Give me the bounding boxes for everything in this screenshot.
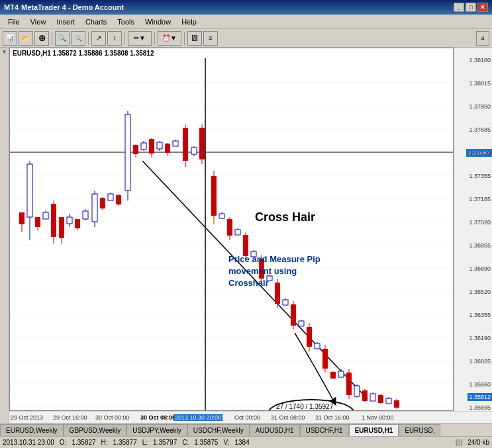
price-label-3: 1.37685 [469, 126, 491, 133]
svg-rect-95 [330, 372, 336, 379]
menu-charts[interactable]: Charts [80, 17, 112, 27]
svg-rect-37 [92, 194, 97, 222]
status-high-label: H: [101, 439, 108, 446]
time-axis: 29 Oct 2013 29 Oct 16:00 30 Oct 00:00 30… [9, 411, 492, 423]
tab-gbpusd-weekly[interactable]: GBPUSD,Weekly [64, 424, 127, 436]
status-bars: 24/0 kb [467, 439, 489, 446]
toolbar-time[interactable]: ⏰▼ [158, 31, 181, 46]
toolbar-experts[interactable]: 4 [476, 31, 489, 46]
svg-rect-91 [315, 343, 320, 349]
chart-svg [10, 48, 454, 411]
toolbar-screenshot[interactable]: 🖼 [187, 31, 202, 46]
svg-rect-85 [291, 304, 296, 326]
svg-rect-31 [67, 217, 72, 224]
svg-rect-93 [322, 349, 328, 369]
svg-rect-81 [275, 283, 280, 304]
tab-usdjpy-weekly[interactable]: USDJPY,Weekly [126, 424, 187, 436]
svg-rect-19 [19, 212, 25, 224]
svg-line-17 [142, 161, 368, 399]
svg-rect-45 [125, 114, 130, 191]
tab-usdchf-h1[interactable]: USDCHF,H1 [300, 424, 349, 436]
svg-rect-105 [370, 394, 375, 401]
status-close-value: 1.35875 [194, 439, 218, 446]
menu-window[interactable]: Window [140, 17, 176, 27]
menu-tools[interactable]: Tools [112, 17, 140, 27]
menu-bar: File View Insert Charts Tools Window Hel… [0, 15, 492, 29]
price-label-6: 1.37185 [469, 196, 491, 202]
toolbar-new-chart[interactable]: 📊 [3, 31, 17, 46]
svg-rect-107 [378, 395, 383, 403]
svg-rect-43 [116, 195, 121, 204]
restore-button[interactable]: □ [466, 3, 476, 12]
menu-file[interactable]: File [3, 17, 25, 27]
svg-rect-103 [362, 390, 368, 401]
status-spread-icon: |||| [456, 439, 462, 446]
svg-rect-109 [386, 398, 391, 404]
menu-view[interactable]: View [25, 17, 52, 27]
minimize-button[interactable]: _ [454, 3, 464, 12]
svg-rect-59 [183, 128, 188, 161]
toolbar: 📊 📂 ⊕ 🔍 🔍 ↗ ↕ ✏▼ ⏰▼ 🖼 ≡ 4 [0, 29, 492, 48]
price-label-7: 1.37020 [469, 219, 491, 226]
svg-rect-55 [165, 144, 170, 153]
svg-rect-77 [259, 259, 264, 279]
tab-eurusd-weekly[interactable]: EURUSD,Weekly [0, 424, 64, 436]
toolbar-template[interactable]: ✏▼ [128, 31, 152, 46]
close-button[interactable]: ✕ [477, 3, 488, 12]
svg-rect-65 [211, 176, 217, 216]
svg-rect-99 [346, 373, 352, 395]
price-label-13: 1.36025 [469, 358, 491, 365]
tab-usdchf-weekly[interactable]: USDCHF,Weekly [187, 424, 250, 436]
svg-rect-57 [173, 141, 178, 146]
price-label-14: 1.35860 [469, 381, 491, 388]
price-label-8: 1.36855 [469, 242, 491, 249]
svg-rect-111 [394, 400, 399, 408]
svg-rect-23 [35, 217, 40, 227]
svg-rect-75 [251, 251, 256, 257]
toolbar-crosshair[interactable]: ⊕ [34, 31, 49, 46]
toolbar-options[interactable]: ≡ [203, 31, 218, 46]
oval-text: 27 / 1740 / 1.35927 [276, 403, 333, 410]
svg-rect-47 [133, 145, 138, 154]
window-title: MetaTrader 4 - Demo Account [21, 3, 124, 11]
svg-rect-39 [100, 198, 105, 208]
chart-area[interactable]: EURUSD,H1 1.35872 1.35886 1.35808 1.3581… [9, 48, 454, 411]
toolbar-arrow[interactable]: ↗ [91, 31, 106, 46]
tab-eurusd-extra[interactable]: EURUSD, [399, 424, 440, 436]
svg-rect-21 [27, 164, 32, 217]
menu-insert[interactable]: Insert [51, 17, 80, 27]
toolbar-zoom-in[interactable]: 🔍 [55, 31, 70, 46]
toolbar-period[interactable]: ↕ [107, 31, 122, 46]
price-label-12: 1.36190 [469, 335, 491, 341]
tab-eurusd-h1[interactable]: EURUSD,H1 [349, 424, 399, 436]
toolbar-open[interactable]: 📂 [19, 31, 33, 46]
status-low-label: L: [142, 439, 148, 446]
svg-rect-83 [283, 300, 288, 305]
svg-rect-87 [299, 321, 304, 326]
svg-rect-33 [75, 219, 80, 228]
app-icon: MT4 [4, 3, 19, 11]
current-price-tag: 1.35812 [467, 393, 492, 401]
svg-rect-67 [219, 214, 224, 218]
price-axis: 1.37667 1.38180 1.38015 1.37850 1.37685 … [454, 48, 492, 411]
tab-audusd-h1[interactable]: AUDUSD,H1 [250, 424, 300, 436]
oval-annotation [268, 399, 354, 411]
chart-symbol-info: EURUSD,H1 1.35872 1.35886 1.35808 1.3581… [13, 50, 154, 57]
status-high-value: 1.35877 [113, 439, 137, 446]
toolbar-zoom-out[interactable]: 🔍 [71, 31, 85, 46]
price-label-10: 1.36520 [469, 289, 491, 295]
svg-rect-53 [157, 142, 162, 149]
status-bar: 2013.10.31 23:00 O: 1.35827 H: 1.35877 L… [0, 436, 492, 448]
svg-rect-25 [43, 212, 48, 219]
status-volume-value: 1384 [234, 439, 249, 446]
svg-rect-89 [307, 327, 312, 347]
status-datetime: 2013.10.31 23:00 [3, 439, 54, 446]
svg-rect-71 [235, 230, 240, 235]
price-label-1: 1.38015 [469, 80, 491, 87]
menu-help[interactable]: Help [176, 17, 202, 27]
price-label-9: 1.36690 [469, 265, 491, 272]
svg-rect-27 [51, 204, 56, 237]
svg-rect-63 [199, 128, 205, 159]
svg-rect-41 [108, 194, 113, 201]
svg-rect-51 [149, 139, 154, 154]
